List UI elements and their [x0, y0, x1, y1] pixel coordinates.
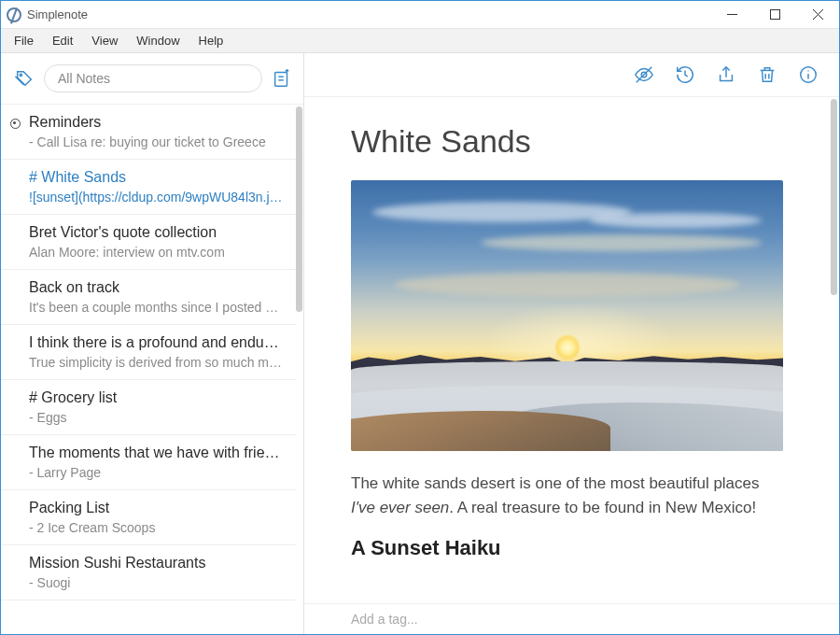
note-item-title: I think there is a profound and enduring — [29, 334, 283, 351]
note-list-item[interactable]: I think there is a profound and enduring… — [1, 325, 296, 380]
share-button[interactable] — [716, 64, 736, 85]
note-item-title: Bret Victor's quote collection — [29, 224, 283, 241]
body-text-em: I've ever seen — [351, 499, 449, 516]
history-button[interactable] — [675, 64, 695, 85]
note-item-preview: - 2 Ice Cream Scoops — [29, 520, 283, 535]
body-text-pre: The white sands desert is one of the mos… — [351, 474, 760, 492]
note-item-title: Reminders — [29, 114, 283, 131]
close-button[interactable] — [796, 1, 839, 29]
note-item-preview: - Eggs — [29, 410, 283, 425]
editor-wrap: White Sands The white sands desert is — [304, 97, 839, 603]
note-item-preview: Alan Moore: interview on mtv.com — [29, 245, 283, 260]
titlebar: Simplenote — [1, 1, 839, 29]
tag-input[interactable]: Add a tag... — [304, 603, 839, 634]
minimize-icon — [727, 9, 737, 20]
menu-window[interactable]: Window — [127, 32, 189, 49]
app-icon — [7, 7, 21, 22]
note-list[interactable]: Reminders- Call Lisa re: buying our tick… — [1, 105, 303, 634]
menubar: File Edit View Window Help — [1, 29, 839, 53]
menu-help[interactable]: Help — [189, 32, 233, 49]
svg-rect-5 — [275, 73, 287, 87]
note-item-title: Mission Sushi Restaurants — [29, 555, 283, 572]
note-title-heading[interactable]: White Sands — [351, 123, 783, 160]
editor[interactable]: White Sands The white sands desert is — [304, 97, 839, 603]
note-list-item[interactable]: # White Sands![sunset](https://cldup.com… — [1, 160, 296, 215]
editor-toolbar — [304, 53, 839, 97]
svg-point-16 — [807, 70, 808, 71]
trash-button[interactable] — [757, 64, 777, 85]
menu-edit[interactable]: Edit — [43, 32, 82, 49]
sidebar-toolbar: All Notes — [1, 53, 303, 105]
new-note-button[interactable] — [272, 68, 292, 89]
note-item-preview: ![sunset](https://cldup.com/9wpWU84l3n.j… — [29, 190, 283, 205]
note-list-item[interactable]: The moments that we have with friend...-… — [1, 435, 296, 490]
note-item-title: Back on track — [29, 279, 283, 296]
note-item-preview: True simplicity is derived from so much … — [29, 355, 283, 370]
svg-rect-1 — [770, 10, 779, 20]
maximize-button[interactable] — [753, 1, 796, 29]
menu-view[interactable]: View — [82, 32, 127, 49]
sidebar: All Notes Reminders- Call Lisa re: buyin… — [1, 53, 304, 634]
note-subheading[interactable]: A Sunset Haiku — [351, 536, 783, 560]
tags-icon[interactable] — [14, 68, 35, 89]
note-list-item[interactable]: Packing List- 2 Ice Cream Scoops — [1, 490, 296, 545]
maximize-icon — [770, 9, 780, 20]
note-list-item[interactable]: Bret Victor's quote collectionAlan Moore… — [1, 215, 296, 270]
note-item-title: # White Sands — [29, 169, 283, 186]
note-item-title: The moments that we have with friend... — [29, 444, 283, 461]
body-text-post: . A real treasure to be found in New Mex… — [449, 499, 756, 516]
note-list-item[interactable]: Back on trackIt's been a couple months s… — [1, 270, 296, 325]
note-list-item[interactable]: # Grocery list- Eggs — [1, 380, 296, 435]
minimize-button[interactable] — [710, 1, 753, 29]
note-image — [351, 180, 783, 451]
svg-point-4 — [20, 74, 21, 76]
search-input[interactable]: All Notes — [44, 64, 262, 92]
note-item-preview: - Larry Page — [29, 465, 283, 480]
tag-placeholder: Add a tag... — [351, 612, 418, 627]
note-list-item[interactable]: Mission Sushi Restaurants- Suogi — [1, 545, 296, 600]
content-area: All Notes Reminders- Call Lisa re: buyin… — [1, 53, 839, 634]
note-body-paragraph[interactable]: The white sands desert is one of the mos… — [351, 472, 783, 519]
note-item-preview: - Suogi — [29, 575, 283, 590]
close-icon — [813, 9, 823, 20]
note-list-item[interactable]: Reminders- Call Lisa re: buying our tick… — [1, 105, 296, 160]
window-title: Simplenote — [27, 7, 88, 21]
toggle-preview-button[interactable] — [634, 64, 654, 85]
note-item-preview: It's been a couple months since I posted… — [29, 300, 283, 315]
note-item-title: # Grocery list — [29, 389, 283, 406]
main-pane: White Sands The white sands desert is — [304, 53, 839, 634]
sidebar-scrollbar-thumb[interactable] — [296, 106, 302, 312]
note-item-title: Packing List — [29, 500, 283, 516]
info-button[interactable] — [798, 64, 819, 85]
menu-file[interactable]: File — [5, 32, 43, 49]
app-window: Simplenote File Edit View Window Help Al… — [0, 0, 840, 635]
note-item-preview: - Call Lisa re: buying our ticket to Gre… — [29, 134, 283, 149]
search-placeholder: All Notes — [58, 71, 110, 86]
